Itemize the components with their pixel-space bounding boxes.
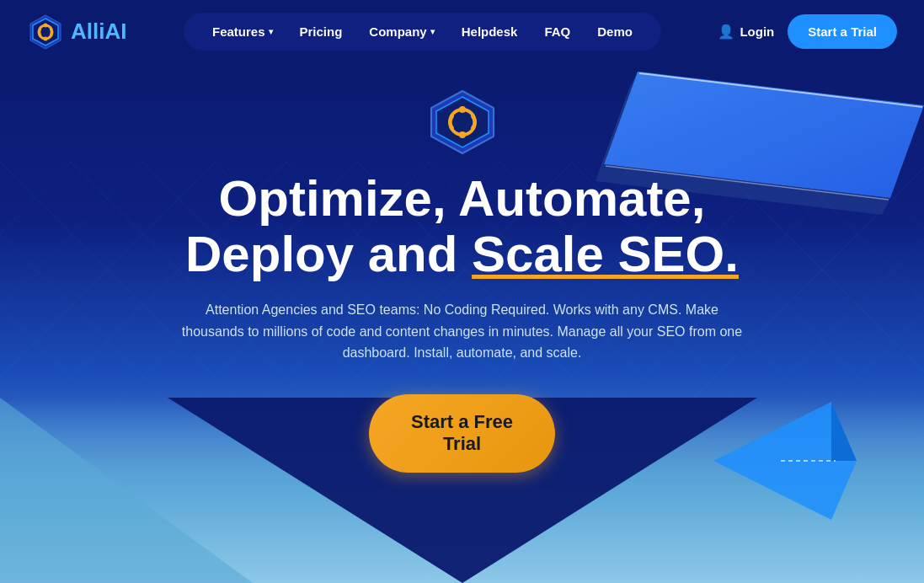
hero-cta-button[interactable]: Start a Free Trial [369, 394, 555, 473]
logo-link[interactable]: AlliAI [27, 13, 126, 51]
user-icon: 👤 [718, 24, 734, 40]
svg-point-23 [459, 131, 466, 138]
nav-company[interactable]: Company ▾ [357, 19, 446, 44]
nav-faq[interactable]: FAQ [532, 19, 582, 44]
hero-content: Optimize, Automate, Deploy and Scale SEO… [0, 63, 924, 473]
nav-links: Features ▾ Pricing Company ▾ Helpdesk FA… [184, 13, 661, 51]
nav-pricing[interactable]: Pricing [288, 19, 355, 44]
features-chevron-icon: ▾ [269, 27, 273, 36]
hero-headline: Optimize, Automate, Deploy and Scale SEO… [185, 171, 739, 282]
nav-helpdesk[interactable]: Helpdesk [450, 19, 530, 44]
start-trial-button[interactable]: Start a Trial [788, 14, 897, 49]
hero-section: Optimize, Automate, Deploy and Scale SEO… [0, 63, 924, 583]
hero-logo-icon [425, 88, 500, 156]
svg-point-4 [44, 36, 48, 40]
login-button[interactable]: 👤 Login [718, 24, 774, 40]
svg-marker-1 [33, 19, 58, 45]
nav-right: 👤 Login Start a Trial [718, 14, 897, 49]
svg-point-22 [459, 106, 466, 113]
logo-icon [27, 13, 64, 51]
logo-text: AlliAI [71, 19, 126, 45]
company-chevron-icon: ▾ [430, 27, 435, 36]
navbar: AlliAI Features ▾ Pricing Company ▾ Help… [0, 0, 924, 63]
nav-features[interactable]: Features ▾ [200, 19, 285, 44]
nav-demo[interactable]: Demo [585, 19, 644, 44]
svg-point-3 [44, 23, 48, 27]
hero-subtext: Attention Agencies and SEO teams: No Cod… [176, 299, 749, 364]
